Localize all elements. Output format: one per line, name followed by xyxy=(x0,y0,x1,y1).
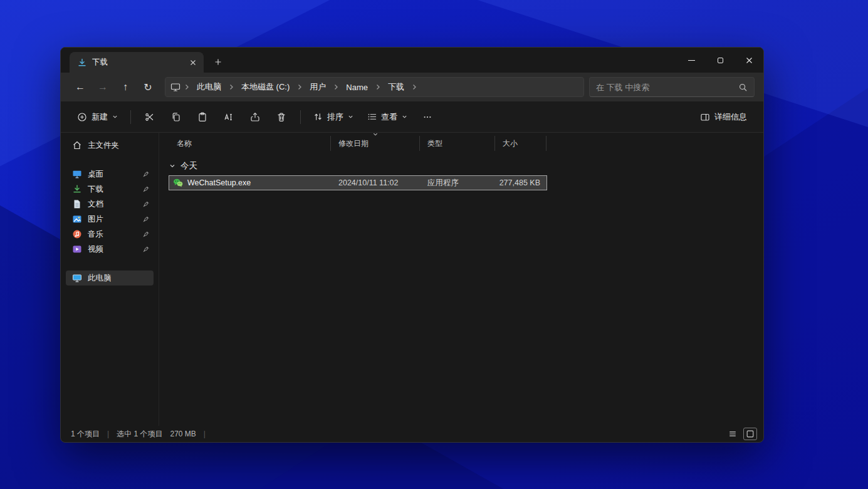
music-icon xyxy=(72,229,82,239)
sidebar-item-home[interactable]: 主文件夹 xyxy=(66,138,154,153)
sidebar-item-this-pc[interactable]: 此电脑 xyxy=(66,270,154,286)
column-header-modified[interactable]: 修改日期 xyxy=(331,136,420,151)
window-controls xyxy=(677,48,763,73)
sidebar-item-label: 桌面 xyxy=(88,169,103,180)
search-input[interactable] xyxy=(596,83,733,92)
chevron-right-icon[interactable] xyxy=(295,83,305,91)
column-header-label: 大小 xyxy=(503,138,518,149)
details-view-toggle[interactable] xyxy=(726,428,740,440)
pin-icon xyxy=(142,245,150,253)
view-icon xyxy=(367,112,377,121)
cut-button[interactable] xyxy=(137,106,162,128)
chevron-down-icon xyxy=(348,114,353,120)
this-pc-icon xyxy=(170,82,180,92)
ellipsis-icon xyxy=(423,113,432,121)
maximize-button[interactable] xyxy=(706,48,735,73)
delete-button[interactable] xyxy=(269,106,294,128)
navigation-sidebar: 主文件夹 桌面 下载 xyxy=(61,133,159,426)
sidebar-item-label: 视频 xyxy=(88,244,103,255)
group-header-today[interactable]: 今天 xyxy=(169,160,763,172)
sidebar-item-label: 下载 xyxy=(88,184,103,195)
sidebar-item-videos[interactable]: 视频 xyxy=(66,242,154,257)
file-explorer-window: 下载 ← → ↑ ↻ 此电脑 xyxy=(60,47,764,443)
tab-close-icon[interactable] xyxy=(187,57,199,68)
paste-button[interactable] xyxy=(190,106,215,128)
column-header-name[interactable]: 名称 xyxy=(169,136,331,151)
sidebar-item-pictures[interactable]: 图片 xyxy=(66,212,154,227)
breadcrumb-local-disk-c[interactable]: 本地磁盘 (C:) xyxy=(238,80,293,94)
details-pane-icon xyxy=(700,112,710,122)
status-divider: | xyxy=(204,430,206,438)
videos-icon xyxy=(72,244,82,254)
breadcrumb-downloads[interactable]: 下载 xyxy=(384,80,408,94)
this-pc-icon xyxy=(72,273,82,283)
close-button[interactable] xyxy=(735,48,763,73)
column-header-size[interactable]: 大小 xyxy=(495,136,546,151)
file-type: 应用程序 xyxy=(420,178,495,188)
rename-button[interactable] xyxy=(216,106,241,128)
scissors-icon xyxy=(145,112,155,122)
status-selected-size: 270 MB xyxy=(170,430,196,438)
refresh-button[interactable]: ↻ xyxy=(137,77,159,97)
new-tab-button[interactable] xyxy=(210,54,226,70)
status-bar: 1 个项目 | 选中 1 个项目 270 MB | xyxy=(61,426,763,442)
sidebar-item-music[interactable]: 音乐 xyxy=(66,227,154,242)
sidebar-item-documents[interactable]: 文档 xyxy=(66,197,154,212)
up-button[interactable]: ↑ xyxy=(115,77,136,97)
status-divider: | xyxy=(107,430,109,438)
sidebar-item-label: 主文件夹 xyxy=(88,140,119,151)
chevron-right-icon[interactable] xyxy=(373,83,383,91)
command-toolbar: 新建 xyxy=(61,101,763,133)
group-header-label: 今天 xyxy=(180,160,197,172)
sort-button[interactable]: 排序 xyxy=(307,106,360,128)
breadcrumb-users[interactable]: 用户 xyxy=(306,80,330,94)
toolbar-separator xyxy=(300,110,301,124)
back-button[interactable]: ← xyxy=(70,77,91,97)
documents-icon xyxy=(72,199,82,209)
new-button-label: 新建 xyxy=(92,111,108,123)
thumbnail-view-toggle[interactable] xyxy=(743,428,757,440)
downloads-tab-icon xyxy=(77,58,87,68)
breadcrumb-this-pc[interactable]: 此电脑 xyxy=(193,80,225,94)
sidebar-item-label: 音乐 xyxy=(88,229,103,240)
pin-icon xyxy=(142,215,150,223)
file-modified-date: 2024/10/11 11:02 xyxy=(331,178,420,187)
thumbnail-view-icon xyxy=(746,430,755,438)
details-pane-button[interactable]: 详细信息 xyxy=(694,106,753,128)
forward-button[interactable]: → xyxy=(92,77,113,97)
chevron-right-icon[interactable] xyxy=(331,83,341,91)
search-box[interactable] xyxy=(589,77,755,97)
chevron-right-icon[interactable] xyxy=(409,83,419,91)
sidebar-item-downloads[interactable]: 下载 xyxy=(66,182,154,197)
copy-button[interactable] xyxy=(164,106,189,128)
pictures-icon xyxy=(72,214,82,224)
new-button[interactable]: 新建 xyxy=(71,106,124,128)
tab-title: 下载 xyxy=(92,57,182,68)
breadcrumb-name[interactable]: Name xyxy=(342,81,372,93)
minimize-button[interactable] xyxy=(677,48,706,73)
copy-icon xyxy=(171,112,181,122)
sort-direction-icon xyxy=(372,131,378,137)
share-button[interactable] xyxy=(243,106,268,128)
sidebar-item-desktop[interactable]: 桌面 xyxy=(66,167,154,182)
tab-bar: 下载 xyxy=(61,48,763,73)
share-icon xyxy=(250,112,260,122)
address-breadcrumb-bar[interactable]: 此电脑 本地磁盘 (C:) 用户 Name 下载 xyxy=(165,77,584,97)
downloads-icon xyxy=(72,184,82,194)
file-row-wechatsetup[interactable]: WeChatSetup.exe 2024/10/11 11:02 应用程序 27… xyxy=(169,176,546,190)
pin-icon xyxy=(142,200,150,208)
pin-icon xyxy=(142,170,150,178)
chevron-right-icon[interactable] xyxy=(226,83,236,91)
status-item-count: 1 个项目 xyxy=(71,429,100,440)
desktop-icon xyxy=(72,169,82,179)
tab-downloads[interactable]: 下载 xyxy=(70,52,204,73)
sidebar-item-label: 此电脑 xyxy=(88,273,112,284)
more-options-button[interactable] xyxy=(415,106,440,128)
view-toggles xyxy=(726,428,757,440)
search-icon[interactable] xyxy=(738,83,748,92)
view-button[interactable]: 查看 xyxy=(361,106,414,128)
column-header-type[interactable]: 类型 xyxy=(420,136,495,151)
column-headers: 名称 修改日期 类型 大小 xyxy=(169,133,763,154)
status-selected-count: 选中 1 个项目 xyxy=(117,429,162,440)
details-pane-label: 详细信息 xyxy=(714,111,747,123)
